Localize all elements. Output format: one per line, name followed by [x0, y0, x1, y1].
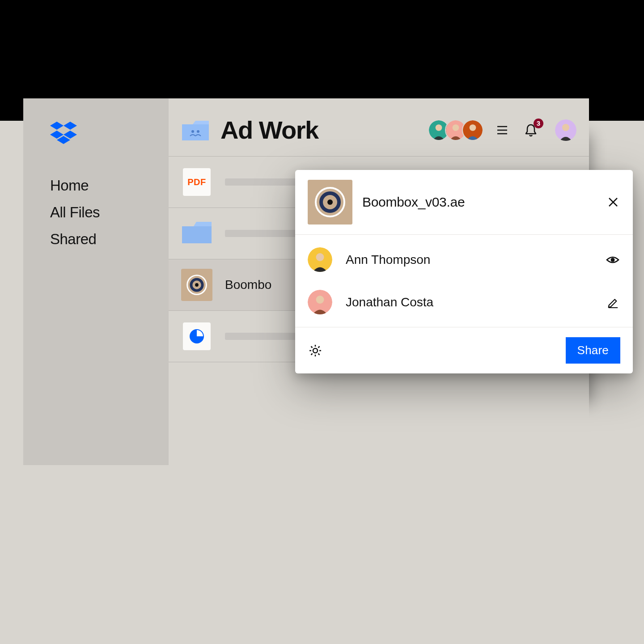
- edit-permission-icon[interactable]: [605, 295, 620, 310]
- page-title: Ad Work: [220, 115, 428, 144]
- page-header: Ad Work 3: [169, 98, 589, 156]
- svg-point-27: [327, 199, 333, 205]
- header-actions: 3: [494, 119, 576, 141]
- svg-point-21: [195, 283, 199, 287]
- sidebar-item-shared[interactable]: Shared: [50, 231, 151, 248]
- svg-point-36: [313, 348, 318, 353]
- svg-point-32: [611, 258, 615, 262]
- person-name: Jonathan Costa: [346, 295, 605, 309]
- sidebar-nav: Home All Files Shared: [50, 177, 151, 248]
- share-button[interactable]: Share: [566, 337, 620, 364]
- notifications-icon[interactable]: 3: [523, 122, 539, 138]
- share-file-thumbnail-icon: [308, 180, 352, 225]
- collaborator-avatars[interactable]: [428, 119, 483, 141]
- svg-point-8: [436, 124, 442, 131]
- share-dialog-footer: Share: [295, 327, 633, 373]
- pdf-file-icon: PDF: [181, 166, 212, 198]
- chart-file-icon: [181, 321, 212, 352]
- share-people-list: Ann Thompson Jonathan Costa: [295, 235, 633, 327]
- svg-marker-0: [50, 122, 64, 130]
- sidebar-item-all-files[interactable]: All Files: [50, 204, 151, 221]
- menu-icon[interactable]: [494, 122, 510, 138]
- svg-line-43: [318, 346, 320, 347]
- share-person-row: Jonathan Costa: [295, 281, 633, 323]
- svg-point-10: [453, 124, 459, 131]
- dropbox-logo-icon: [50, 122, 77, 145]
- svg-marker-1: [64, 122, 77, 130]
- share-dialog: Boombox_v03.ae Ann Thompson Jonathan Cos…: [295, 170, 633, 373]
- svg-point-17: [562, 124, 569, 131]
- gear-icon[interactable]: [308, 343, 323, 358]
- person-name: Ann Thompson: [346, 253, 605, 267]
- sidebar-item-home[interactable]: Home: [50, 177, 151, 194]
- avatar: [308, 247, 332, 272]
- share-dialog-header: Boombox_v03.ae: [295, 170, 633, 235]
- folder-icon: [181, 218, 212, 249]
- svg-point-5: [191, 130, 194, 133]
- svg-line-41: [311, 346, 313, 347]
- file-name: Boombo: [225, 278, 271, 292]
- svg-line-42: [318, 353, 320, 355]
- share-person-row: Ann Thompson: [295, 238, 633, 281]
- svg-point-31: [316, 253, 324, 261]
- avatar: [308, 290, 332, 314]
- svg-line-44: [311, 353, 313, 355]
- view-permission-icon[interactable]: [605, 252, 620, 267]
- share-file-title: Boombox_v03.ae: [362, 195, 606, 210]
- shared-folder-icon: [181, 119, 210, 141]
- sidebar: Home All Files Shared: [23, 98, 169, 465]
- image-file-icon: [181, 269, 212, 301]
- avatar[interactable]: [462, 119, 483, 141]
- notification-badge: 3: [534, 119, 543, 128]
- svg-point-34: [316, 296, 324, 304]
- svg-point-6: [197, 130, 199, 133]
- svg-point-12: [470, 124, 476, 131]
- close-icon[interactable]: [606, 195, 620, 209]
- user-avatar[interactable]: [555, 119, 576, 141]
- pdf-label: PDF: [187, 177, 206, 187]
